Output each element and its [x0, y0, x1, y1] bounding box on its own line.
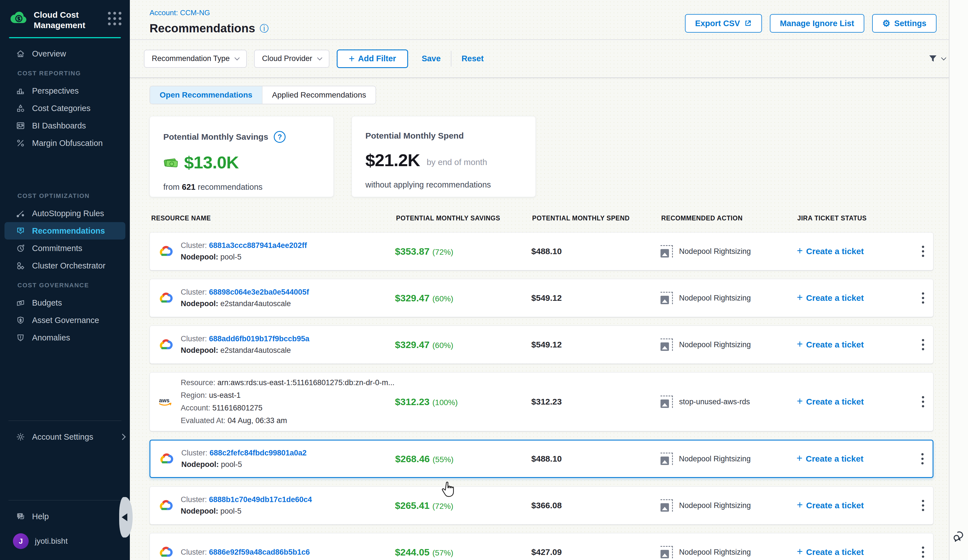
- tab-applied-recommendations[interactable]: Applied Recommendations: [262, 86, 376, 104]
- table-row[interactable]: aws Resource: arn:aws:rds:us-east-1:5116…: [149, 372, 933, 431]
- create-ticket-link[interactable]: +Create a ticket: [797, 339, 913, 350]
- create-ticket-label: Create a ticket: [806, 501, 864, 510]
- question-icon[interactable]: ?: [274, 131, 285, 143]
- savings-value: $244.05: [395, 547, 429, 557]
- section-cost-optimization: COST OPTIMIZATION: [0, 185, 130, 205]
- row-menu-kebab-icon[interactable]: [919, 544, 927, 560]
- row-menu-kebab-icon[interactable]: [919, 290, 927, 307]
- savings-count: 621: [182, 182, 196, 191]
- create-ticket-link[interactable]: +Create a ticket: [797, 246, 913, 257]
- resource-label: Nodepool:: [181, 507, 218, 515]
- sidebar-item-asset-governance[interactable]: Asset Governance: [0, 311, 130, 329]
- user-avatar[interactable]: J: [13, 533, 29, 549]
- add-filter-label: Add Filter: [358, 54, 396, 63]
- clock-refresh-icon: [15, 243, 26, 253]
- account-breadcrumb-link[interactable]: Account: CCM-NG: [149, 8, 210, 17]
- shield-dollar-icon: [15, 315, 26, 326]
- home-icon: [15, 48, 26, 59]
- create-ticket-link[interactable]: +Create a ticket: [797, 500, 913, 511]
- sidebar-item-cluster-orchestrator[interactable]: Cluster Orchestrator: [0, 257, 130, 274]
- sidebar-item-margin-obfuscation[interactable]: Margin Obfuscation: [0, 134, 130, 152]
- savings-subtext: from 621 recommendations: [163, 182, 320, 192]
- row-menu-kebab-icon[interactable]: [919, 243, 927, 260]
- plus-icon: +: [797, 546, 803, 557]
- rightsizing-icon: [661, 245, 673, 257]
- sidebar-item-label: Cost Categories: [32, 104, 91, 113]
- resource-value: arn:aws:rds:us-east-1:511616801275:db:zn…: [217, 378, 394, 387]
- resource-value: pool-5: [220, 253, 242, 261]
- save-filter-link[interactable]: Save: [422, 54, 441, 63]
- cluster-link[interactable]: 6888b1c70e49db17c1de60c4: [209, 495, 312, 504]
- sidebar-item-recommendations[interactable]: Recommendations: [5, 222, 125, 240]
- sidebar-item-label: Overview: [32, 49, 66, 58]
- divider: [451, 51, 451, 66]
- export-csv-label: Export CSV: [695, 19, 740, 28]
- chat-bubbles-icon[interactable]: [952, 529, 966, 543]
- svg-text:?: ?: [19, 514, 21, 517]
- resource-label: Region:: [181, 391, 207, 399]
- sidebar-item-autostopping-rules[interactable]: AutoStopping Rules: [0, 205, 130, 222]
- cluster-link[interactable]: 6881a3ccc887941a4ee202ff: [209, 241, 307, 250]
- table-row[interactable]: Cluster: 688add6fb019b17f9bccb95a Nodepo…: [149, 326, 933, 364]
- row-menu-kebab-icon[interactable]: [919, 393, 927, 410]
- sidebar-item-perspectives[interactable]: Perspectives: [0, 82, 130, 99]
- recommendation-type-dropdown[interactable]: Recommendation Type: [144, 50, 247, 68]
- create-ticket-label: Create a ticket: [806, 397, 864, 406]
- rightsizing-icon: [661, 499, 673, 512]
- action-label: Nodepool Rightsizing: [679, 548, 751, 557]
- cluster-link[interactable]: 6886e92f59a48cad86b5b1c6: [209, 548, 310, 556]
- cluster-link[interactable]: 688add6fb019b17f9bccb95a: [209, 335, 310, 343]
- gcp-icon: [158, 499, 173, 512]
- mouse-cursor-hand: [441, 481, 455, 498]
- recommendations-icon: [15, 225, 26, 236]
- savings-percent: (57%): [432, 548, 453, 557]
- create-ticket-link[interactable]: +Create a ticket: [797, 293, 913, 303]
- sidebar-item-anomalies[interactable]: Anomalies: [0, 329, 130, 346]
- page-title: Recommendations: [149, 22, 255, 35]
- filter-panel-toggle[interactable]: [928, 54, 945, 64]
- money-stack-icon: [163, 157, 179, 168]
- create-ticket-link[interactable]: +Create a ticket: [797, 396, 913, 407]
- sidebar-item-budgets[interactable]: Budgets: [0, 294, 130, 311]
- sidebar-item-cost-categories[interactable]: Cost Categories: [0, 99, 130, 117]
- table-row[interactable]: Cluster: 6886e92f59a48cad86b5b1c6 $244.0…: [149, 533, 933, 560]
- row-menu-kebab-icon[interactable]: [918, 451, 927, 467]
- export-csv-button[interactable]: Export CSV: [685, 14, 762, 33]
- resource-label: Resource:: [181, 378, 215, 387]
- sidebar-item-help[interactable]: ? Help: [0, 508, 130, 525]
- sidebar-item-commitments[interactable]: Commitments: [0, 240, 130, 257]
- sidebar-item-overview[interactable]: Overview: [0, 45, 130, 62]
- sidebar-item-bi-dashboards[interactable]: BI Dashboards: [0, 117, 130, 134]
- plus-icon: +: [797, 292, 803, 303]
- reset-filter-link[interactable]: Reset: [461, 54, 484, 63]
- savings-percent: (100%): [432, 398, 457, 407]
- col-potential-monthly-savings: POTENTIAL MONTHLY SAVINGS: [396, 214, 532, 222]
- manage-ignore-list-button[interactable]: Manage Ignore List: [770, 14, 864, 33]
- add-filter-button[interactable]: + Add Filter: [337, 50, 408, 68]
- tab-open-recommendations[interactable]: Open Recommendations: [150, 86, 262, 104]
- settings-button[interactable]: ⚙ Settings: [872, 14, 937, 33]
- app-switcher-grid-icon[interactable]: [108, 12, 121, 25]
- sidebar-item-label: Margin Obfuscation: [32, 139, 103, 148]
- rightsizing-icon: [661, 452, 673, 465]
- table-row-selected[interactable]: Cluster: 688c2fefc84fbdc99801a0a2 Nodepo…: [149, 440, 933, 478]
- chevron-down-icon: [234, 55, 239, 60]
- cluster-link[interactable]: 68898c064e3e2ba0e544005f: [209, 288, 309, 296]
- create-ticket-link[interactable]: +Create a ticket: [797, 454, 912, 464]
- gcp-icon: [158, 338, 173, 351]
- savings-value: $312.23: [395, 396, 429, 407]
- table-row[interactable]: Cluster: 6888b1c70e49db17c1de60c4 Nodepo…: [149, 486, 933, 525]
- create-ticket-label: Create a ticket: [806, 454, 864, 464]
- resource-value: 511616801275: [212, 404, 262, 412]
- cloud-provider-dropdown[interactable]: Cloud Provider: [254, 50, 330, 68]
- create-ticket-link[interactable]: +Create a ticket: [797, 547, 913, 557]
- cluster-link[interactable]: 688c2fefc84fbdc99801a0a2: [210, 449, 307, 457]
- sidebar-item-account-settings[interactable]: Account Settings: [0, 428, 130, 446]
- table-row[interactable]: Cluster: 6881a3ccc887941a4ee202ff Nodepo…: [149, 232, 933, 270]
- table-row[interactable]: Cluster: 68898c064e3e2ba0e544005f Nodepo…: [149, 279, 933, 317]
- row-menu-kebab-icon[interactable]: [919, 336, 927, 353]
- sidebar-user[interactable]: J jyoti.bisht: [0, 532, 130, 550]
- info-icon[interactable]: ⓘ: [260, 24, 269, 33]
- row-menu-kebab-icon[interactable]: [919, 497, 927, 514]
- spend-amount: $21.2K: [365, 150, 420, 170]
